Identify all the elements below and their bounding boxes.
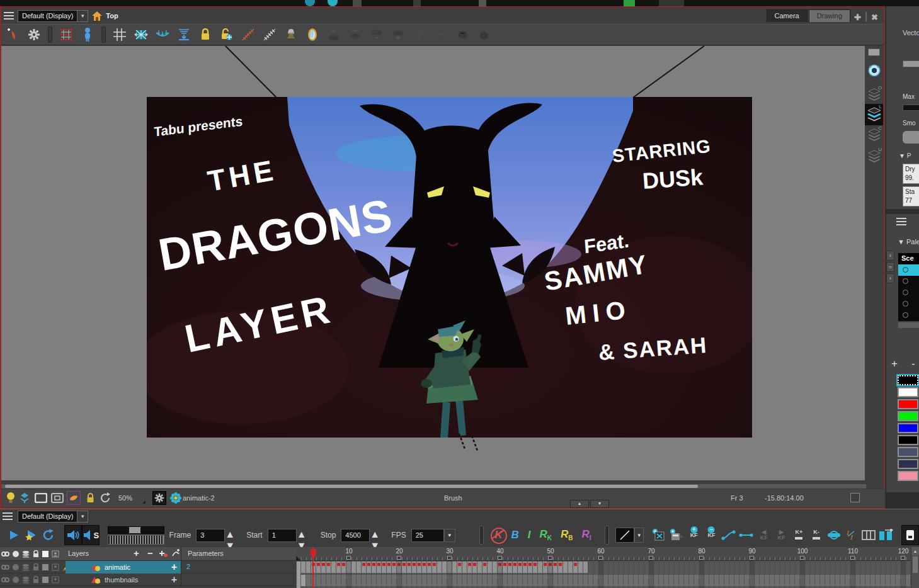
frame-cell[interactable] xyxy=(538,562,542,573)
onion-range-icon[interactable] xyxy=(22,550,30,558)
frame-cell[interactable] xyxy=(336,562,341,573)
frame-cell[interactable] xyxy=(810,575,814,586)
frame-cell[interactable] xyxy=(709,575,714,586)
light-table-icon[interactable] xyxy=(283,27,299,42)
layers-l-icon[interactable]: L xyxy=(865,104,883,125)
frame-cell[interactable] xyxy=(593,575,598,586)
thumbnails-icon[interactable] xyxy=(52,550,59,558)
frame-cell[interactable] xyxy=(739,575,744,586)
frame-cell[interactable] xyxy=(886,575,890,586)
insert-frame-icon[interactable]: K+ xyxy=(790,525,808,545)
layer-name[interactable]: animatic xyxy=(105,563,130,571)
play-button[interactable] xyxy=(5,525,23,545)
frame-cell[interactable] xyxy=(770,575,774,586)
frame-cell[interactable] xyxy=(745,575,749,586)
frame-cell[interactable] xyxy=(488,575,492,586)
frame-cell[interactable] xyxy=(538,575,542,586)
frame-cell[interactable] xyxy=(427,562,431,573)
frame-cell[interactable] xyxy=(326,562,331,573)
camera-mask-icon[interactable] xyxy=(50,491,64,505)
frame-cell[interactable] xyxy=(719,575,724,586)
frame-cell[interactable] xyxy=(503,575,507,586)
brush-tip-preview[interactable] xyxy=(903,131,919,144)
frame-cell[interactable] xyxy=(407,562,411,573)
zoom-region-icon[interactable] xyxy=(825,525,843,545)
frame-cell[interactable] xyxy=(462,562,467,573)
toggle-view-button[interactable] xyxy=(901,525,919,545)
frame-cell[interactable] xyxy=(704,575,709,586)
frame-cell[interactable] xyxy=(639,575,643,586)
frame-cell[interactable] xyxy=(906,575,910,586)
curve-motion-icon[interactable] xyxy=(720,525,738,545)
frame-value[interactable]: 3 xyxy=(196,529,225,542)
frame-cell[interactable] xyxy=(729,575,734,586)
frame-cell[interactable] xyxy=(543,562,547,573)
frame-cell[interactable] xyxy=(568,562,573,573)
color-swatch[interactable] xyxy=(898,423,918,433)
render-play-button[interactable] xyxy=(23,525,40,545)
frame-cell[interactable] xyxy=(855,575,860,586)
frame-cell[interactable] xyxy=(780,575,784,586)
prev-keyframe-icon[interactable]: ◀KF xyxy=(755,525,773,545)
add-peg-button[interactable] xyxy=(171,549,180,558)
layer-parameters[interactable] xyxy=(181,574,296,586)
render-gear-button[interactable] xyxy=(152,491,166,505)
frame-cell[interactable] xyxy=(427,575,431,586)
frame-cell[interactable] xyxy=(452,575,457,586)
frame-cell[interactable] xyxy=(387,575,391,586)
frame-cell[interactable] xyxy=(457,575,462,586)
layer-lock-icon[interactable] xyxy=(33,563,39,571)
frame-cell[interactable] xyxy=(724,575,729,586)
frame-cell[interactable] xyxy=(306,575,311,586)
frame-cell[interactable] xyxy=(588,575,593,586)
frame-cell[interactable] xyxy=(513,575,517,586)
frame-cell[interactable] xyxy=(482,562,487,573)
frame-cell[interactable] xyxy=(351,562,356,573)
linear-motion-icon[interactable] xyxy=(738,525,755,545)
frame-cell[interactable] xyxy=(694,575,699,586)
frame-cell[interactable] xyxy=(477,562,482,573)
frame-cell[interactable] xyxy=(891,575,895,586)
extend-exposure-icon[interactable] xyxy=(668,525,685,545)
show-all-icon[interactable] xyxy=(1,550,9,558)
layer-parameters[interactable]: 2 xyxy=(181,561,296,574)
frame-cell[interactable] xyxy=(644,575,648,586)
add-drawing-icon[interactable] xyxy=(5,27,20,42)
timeline-vertical-scrollbar[interactable]: ▲ xyxy=(911,547,919,588)
frame-cell[interactable] xyxy=(543,575,547,586)
frame-cell[interactable] xyxy=(508,562,512,573)
mark-drawing-k-button[interactable]: K xyxy=(494,529,502,541)
frame-cell[interactable] xyxy=(845,575,850,586)
layer-eye-icon[interactable] xyxy=(1,576,9,584)
solo-mode-icon[interactable] xyxy=(13,551,19,557)
color-swatch[interactable] xyxy=(898,471,918,481)
frame-cell[interactable] xyxy=(553,575,557,586)
frame-cell[interactable] xyxy=(608,575,613,586)
frame-cell[interactable] xyxy=(578,575,583,586)
next-keyframe-icon[interactable]: ▶KF xyxy=(773,525,791,545)
collapse-down-button[interactable]: ▼ xyxy=(590,500,609,508)
reset-view-icon[interactable] xyxy=(98,491,112,505)
brush-preset[interactable]: Dry99. xyxy=(903,164,919,184)
frame-cell[interactable] xyxy=(881,575,885,586)
frame-cell[interactable] xyxy=(331,575,336,586)
frame-cell[interactable] xyxy=(755,575,759,586)
palette-row[interactable] xyxy=(898,276,919,287)
onion-remove-prev-icon[interactable] xyxy=(348,27,363,42)
frame-cell[interactable] xyxy=(437,575,442,586)
palette-row-selected[interactable] xyxy=(898,264,919,276)
frame-cell[interactable] xyxy=(528,575,532,586)
layer-solo-icon[interactable] xyxy=(13,577,19,583)
frame-cell[interactable] xyxy=(573,575,578,586)
frame-cell[interactable] xyxy=(331,562,336,573)
frame-cell[interactable] xyxy=(336,575,341,586)
frame-cell[interactable] xyxy=(372,562,376,573)
frame-cell[interactable] xyxy=(392,575,396,586)
layer-lock-icon[interactable] xyxy=(33,576,39,584)
horizontal-scrollbar[interactable] xyxy=(1,484,866,489)
timeline-menu-icon[interactable] xyxy=(3,512,13,520)
tab-drawing[interactable]: Drawing xyxy=(809,9,850,22)
frame-cell[interactable] xyxy=(573,562,578,573)
frame-cell[interactable] xyxy=(568,575,573,586)
palette-row[interactable] xyxy=(898,310,919,321)
